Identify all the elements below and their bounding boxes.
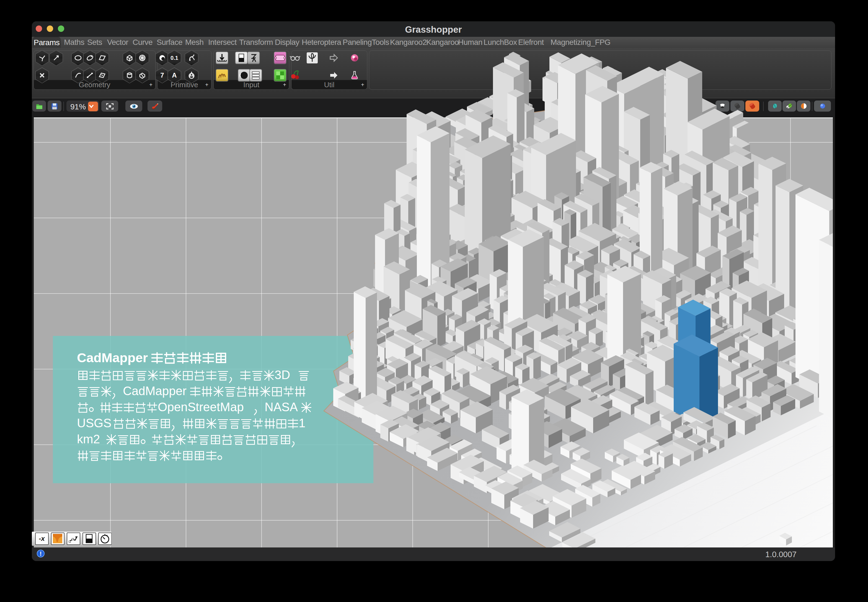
svg-text:CadMapper: CadMapper [77,350,148,365]
svg-text:1: 1 [299,416,305,430]
svg-text:NASA: NASA [265,400,298,414]
svg-text:3D: 3D [275,368,290,382]
svg-text:OpenStreetMap: OpenStreetMap [158,400,244,414]
svg-text:km2: km2 [77,432,100,446]
svg-text:USGS: USGS [77,416,112,430]
svg-text:CadMapper: CadMapper [123,384,187,398]
